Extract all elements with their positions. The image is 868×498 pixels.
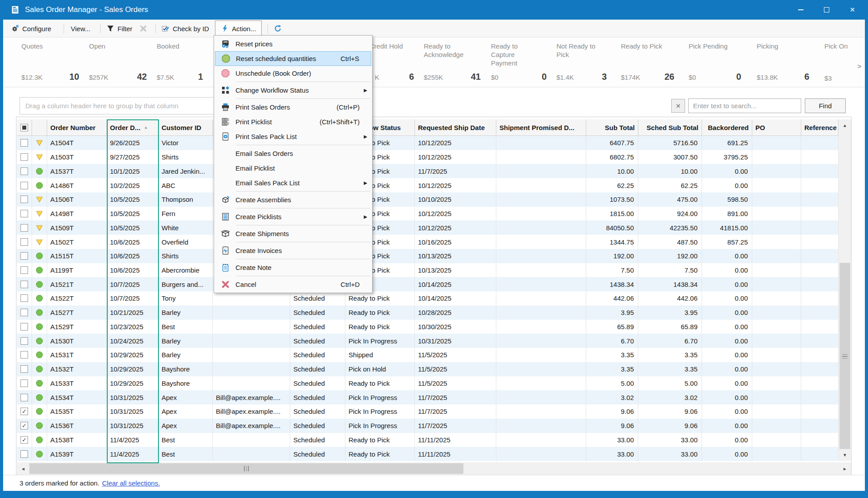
kpi-credit-hold[interactable]: Credit HoldK6 (369, 42, 424, 85)
table-row-A1515T[interactable]: A1515T10/6/2025ShirtsScheduledReady to P… (17, 249, 839, 263)
view-button[interactable]: View... (71, 20, 90, 37)
row-checkbox[interactable]: ✓ (20, 436, 28, 444)
row-checkbox[interactable] (20, 224, 28, 232)
table-row-A1522T[interactable]: A1522T10/7/2025TonyScheduledReady to Pic… (17, 291, 839, 306)
row-checkbox[interactable]: ✓ (20, 408, 28, 415)
row-checkbox[interactable] (20, 210, 28, 217)
kpi-ready-to-capture-payment[interactable]: Ready to Capture Payment$00 (491, 42, 556, 85)
refresh-button[interactable] (274, 20, 282, 37)
vertical-scrollbar-thumb[interactable] (840, 263, 850, 450)
menu-item-print-sales-orders[interactable]: Print Sales Orders(Ctrl+P) (215, 100, 371, 114)
row-checkbox[interactable] (20, 380, 28, 387)
kpi-quotes[interactable]: Quotes$12.3K10 (21, 42, 89, 85)
kpi-open[interactable]: Open$257K42 (89, 42, 157, 85)
table-row-A1535T[interactable]: ✓A1535T10/31/2025ApexBill@apex.example..… (17, 404, 839, 419)
column-header-sel[interactable] (17, 119, 32, 135)
column-header-backordered[interactable]: Backordered (702, 119, 752, 135)
kpi-ready-to-pick[interactable]: Ready to Pick$174K26 (621, 42, 684, 85)
table-row-A1527T[interactable]: A1527T10/21/2025BarleyScheduledReady to … (17, 306, 839, 320)
kpi-picking[interactable]: Picking$13.8K6 (757, 42, 819, 85)
kpi-ready-to-acknowledge[interactable]: Ready to Acknowledge$255K41 (424, 42, 491, 85)
row-checkbox[interactable] (20, 238, 28, 246)
kpi-booked[interactable]: Booked$7.5K1 (157, 42, 213, 85)
table-row-A1529T[interactable]: A1529T10/23/2025BestScheduledReady to Pi… (17, 320, 839, 334)
configure-button[interactable]: Configure (11, 20, 51, 37)
menu-item-email-picklist[interactable]: Email Picklist (215, 161, 371, 176)
menu-item-create-note[interactable]: Create Note (215, 260, 371, 275)
action-button[interactable]: Action... (215, 20, 262, 37)
filter-button[interactable]: Filter (106, 20, 132, 37)
menu-item-create-picklists[interactable]: Create Picklists▶ (215, 209, 371, 224)
table-row-A1532T[interactable]: A1532T10/29/2025BayshoreScheduledPick on… (17, 362, 839, 376)
table-row-A1504T[interactable]: A1504T9/26/2025VictorScheduledReady to P… (17, 136, 839, 150)
column-header-icon[interactable] (32, 119, 47, 135)
table-row-A1536T[interactable]: ✓A1536T10/31/2025ApexBill@apex.example..… (17, 419, 839, 433)
find-button[interactable]: Find (805, 98, 846, 113)
clear-search-button[interactable]: ✕ (671, 99, 685, 113)
column-header-sched_sub[interactable]: Sched Sub Total (638, 119, 702, 135)
column-header-reference[interactable]: Reference (801, 119, 839, 135)
row-checkbox[interactable] (20, 365, 28, 373)
menu-item-print-picklist[interactable]: Print Picklist(Ctrl+Shift+T) (215, 114, 371, 129)
menu-item-reset-prices[interactable]: Reset prices (215, 37, 371, 51)
select-all-checkbox[interactable] (20, 124, 28, 131)
row-checkbox[interactable] (20, 337, 28, 345)
menu-item-email-sales-pack-list[interactable]: Email Sales Pack List▶ (215, 176, 371, 190)
kpi-not-ready-to-pick[interactable]: Not Ready to Pick$1.4K3 (556, 42, 617, 85)
table-row-A1521T[interactable]: A1521T10/7/2025Burgers and...ScheduledPi… (17, 277, 839, 291)
menu-item-change-workflow-status[interactable]: Change Workflow Status▶ (215, 83, 371, 98)
row-checkbox[interactable] (20, 139, 28, 147)
table-row-A1199T[interactable]: A1199T10/6/2025AbercrombieScheduledReady… (17, 263, 839, 278)
table-row-A1502T[interactable]: A1502T10/6/2025OverfieldScheduledReady t… (17, 235, 839, 249)
menu-item-unschedule-book-order[interactable]: Unschedule (Book Order) (215, 66, 371, 81)
table-row-A1506T[interactable]: A1506T10/5/2025ThompsonScheduledReady to… (17, 192, 839, 207)
table-row-A1531T[interactable]: A1531T10/29/2025BarleyScheduledShipped11… (17, 348, 839, 362)
table-row-A1538T[interactable]: ✓A1538T11/4/2025BestScheduledReady to Pi… (17, 433, 839, 447)
column-header-req_ship[interactable]: Requested Ship Date (415, 119, 496, 135)
column-header-sub_total[interactable]: Sub Total (586, 119, 638, 135)
table-row-A1534T[interactable]: A1534T10/31/2025ApexBill@apex.example...… (17, 390, 839, 404)
table-row-A1503T[interactable]: A1503T9/27/2025ShirtsScheduledReady to P… (17, 150, 839, 164)
table-row-A1486T[interactable]: A1486T10/2/2025ABCScheduledReady to Pick… (17, 178, 839, 192)
scroll-down-icon[interactable]: ▼ (839, 449, 851, 461)
check-by-id-button[interactable]: Check by ID (162, 20, 209, 37)
row-checkbox[interactable] (20, 323, 28, 331)
row-checkbox[interactable] (20, 196, 28, 203)
row-checkbox[interactable] (20, 281, 28, 288)
clear-filter-button[interactable] (139, 20, 147, 37)
minimize-button[interactable] (788, 0, 814, 20)
kpi-pick-pending[interactable]: Pick Pending$00 (689, 42, 751, 85)
vertical-scrollbar[interactable]: ▲ ▼ (839, 119, 851, 461)
table-row-A1533T[interactable]: A1533T10/29/2025BayshoreScheduledReady t… (17, 376, 839, 391)
table-row-A1530T[interactable]: A1530T10/24/2025BarleyScheduledPick In P… (17, 334, 839, 348)
column-header-order[interactable]: Order Number (47, 119, 107, 135)
row-checkbox[interactable] (20, 182, 28, 189)
row-checkbox[interactable] (20, 450, 28, 458)
scroll-left-icon[interactable]: ◄ (17, 462, 29, 475)
table-row-A1539T[interactable]: A1539T11/4/2025BestScheduledReady to Pic… (17, 447, 839, 461)
close-button[interactable]: ✕ (840, 0, 865, 20)
menu-item-create-shipments[interactable]: Create Shipments (215, 226, 371, 241)
menu-item-create-assemblies[interactable]: Create Assemblies (215, 192, 371, 207)
menu-item-reset-scheduled-quantities[interactable]: Reset scheduled quantitiesCtrl+S (215, 51, 371, 66)
menu-item-email-sales-orders[interactable]: Email Sales Orders (215, 146, 371, 161)
column-header-customer[interactable]: Customer ID (158, 119, 213, 135)
menu-item-create-invoices[interactable]: Create Invoices (215, 243, 371, 258)
column-header-po[interactable]: PO (752, 119, 801, 135)
table-row-A1509T[interactable]: A1509T10/5/2025WhiteScheduledReady to Pi… (17, 220, 839, 235)
scroll-right-icon[interactable]: ► (839, 462, 851, 475)
menu-item-cancel[interactable]: CancelCtrl+D (215, 277, 371, 292)
row-checkbox[interactable] (20, 394, 28, 401)
table-row-A1498T[interactable]: A1498T10/5/2025FernScheduledReady to Pic… (17, 207, 839, 221)
row-checkbox[interactable] (20, 252, 28, 260)
row-checkbox[interactable]: ✓ (20, 422, 28, 429)
scroll-up-icon[interactable]: ▲ (839, 119, 851, 131)
column-header-ship_prom[interactable]: Shipment Promised D... (496, 119, 586, 135)
search-input[interactable] (688, 98, 801, 113)
clear-all-selections-link[interactable]: Clear all selections. (102, 479, 160, 487)
row-checkbox[interactable] (20, 167, 28, 175)
row-checkbox[interactable] (20, 153, 28, 161)
column-header-date[interactable]: Order D...▲ (107, 119, 158, 135)
row-checkbox[interactable] (20, 294, 28, 302)
kpi-pick-on[interactable]: Pick On$3 (824, 42, 862, 85)
